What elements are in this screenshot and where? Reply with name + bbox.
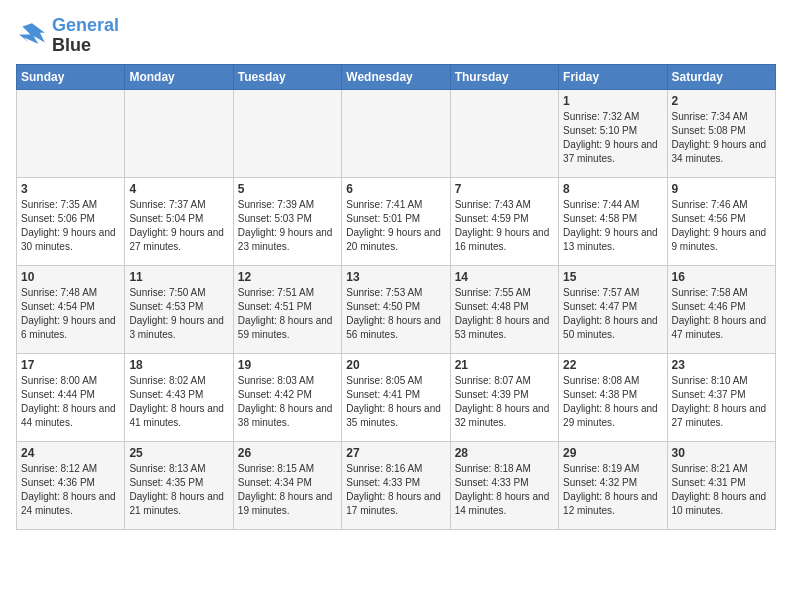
day-info: Sunrise: 7:50 AM Sunset: 4:53 PM Dayligh… xyxy=(129,286,228,342)
weekday-header: Friday xyxy=(559,64,667,89)
calendar-cell: 19Sunrise: 8:03 AM Sunset: 4:42 PM Dayli… xyxy=(233,353,341,441)
calendar-cell: 30Sunrise: 8:21 AM Sunset: 4:31 PM Dayli… xyxy=(667,441,775,529)
day-info: Sunrise: 7:35 AM Sunset: 5:06 PM Dayligh… xyxy=(21,198,120,254)
day-info: Sunrise: 7:53 AM Sunset: 4:50 PM Dayligh… xyxy=(346,286,445,342)
calendar-cell: 11Sunrise: 7:50 AM Sunset: 4:53 PM Dayli… xyxy=(125,265,233,353)
day-number: 8 xyxy=(563,182,662,196)
day-number: 14 xyxy=(455,270,554,284)
day-number: 27 xyxy=(346,446,445,460)
day-info: Sunrise: 8:15 AM Sunset: 4:34 PM Dayligh… xyxy=(238,462,337,518)
calendar-cell: 18Sunrise: 8:02 AM Sunset: 4:43 PM Dayli… xyxy=(125,353,233,441)
day-number: 11 xyxy=(129,270,228,284)
day-info: Sunrise: 8:05 AM Sunset: 4:41 PM Dayligh… xyxy=(346,374,445,430)
calendar-cell: 22Sunrise: 8:08 AM Sunset: 4:38 PM Dayli… xyxy=(559,353,667,441)
logo: General Blue xyxy=(16,16,119,56)
day-info: Sunrise: 8:10 AM Sunset: 4:37 PM Dayligh… xyxy=(672,374,771,430)
day-number: 22 xyxy=(563,358,662,372)
day-number: 9 xyxy=(672,182,771,196)
day-number: 1 xyxy=(563,94,662,108)
day-info: Sunrise: 7:48 AM Sunset: 4:54 PM Dayligh… xyxy=(21,286,120,342)
day-info: Sunrise: 7:43 AM Sunset: 4:59 PM Dayligh… xyxy=(455,198,554,254)
day-info: Sunrise: 7:34 AM Sunset: 5:08 PM Dayligh… xyxy=(672,110,771,166)
day-info: Sunrise: 8:16 AM Sunset: 4:33 PM Dayligh… xyxy=(346,462,445,518)
weekday-header: Sunday xyxy=(17,64,125,89)
calendar-header: SundayMondayTuesdayWednesdayThursdayFrid… xyxy=(17,64,776,89)
calendar-cell xyxy=(17,89,125,177)
day-number: 15 xyxy=(563,270,662,284)
weekday-header: Tuesday xyxy=(233,64,341,89)
day-number: 29 xyxy=(563,446,662,460)
calendar-cell xyxy=(450,89,558,177)
day-number: 16 xyxy=(672,270,771,284)
calendar-cell: 5Sunrise: 7:39 AM Sunset: 5:03 PM Daylig… xyxy=(233,177,341,265)
day-number: 7 xyxy=(455,182,554,196)
day-info: Sunrise: 7:39 AM Sunset: 5:03 PM Dayligh… xyxy=(238,198,337,254)
day-number: 3 xyxy=(21,182,120,196)
weekday-header: Wednesday xyxy=(342,64,450,89)
calendar-table: SundayMondayTuesdayWednesdayThursdayFrid… xyxy=(16,64,776,530)
calendar-cell: 27Sunrise: 8:16 AM Sunset: 4:33 PM Dayli… xyxy=(342,441,450,529)
calendar-week-row: 3Sunrise: 7:35 AM Sunset: 5:06 PM Daylig… xyxy=(17,177,776,265)
calendar-cell: 6Sunrise: 7:41 AM Sunset: 5:01 PM Daylig… xyxy=(342,177,450,265)
day-number: 2 xyxy=(672,94,771,108)
calendar-cell: 13Sunrise: 7:53 AM Sunset: 4:50 PM Dayli… xyxy=(342,265,450,353)
day-info: Sunrise: 7:37 AM Sunset: 5:04 PM Dayligh… xyxy=(129,198,228,254)
calendar-cell xyxy=(342,89,450,177)
day-info: Sunrise: 8:03 AM Sunset: 4:42 PM Dayligh… xyxy=(238,374,337,430)
day-number: 17 xyxy=(21,358,120,372)
weekday-header: Saturday xyxy=(667,64,775,89)
day-number: 30 xyxy=(672,446,771,460)
weekday-header: Thursday xyxy=(450,64,558,89)
day-number: 20 xyxy=(346,358,445,372)
calendar-week-row: 24Sunrise: 8:12 AM Sunset: 4:36 PM Dayli… xyxy=(17,441,776,529)
day-info: Sunrise: 8:00 AM Sunset: 4:44 PM Dayligh… xyxy=(21,374,120,430)
calendar-cell: 24Sunrise: 8:12 AM Sunset: 4:36 PM Dayli… xyxy=(17,441,125,529)
day-number: 13 xyxy=(346,270,445,284)
day-number: 6 xyxy=(346,182,445,196)
day-number: 24 xyxy=(21,446,120,460)
calendar-cell: 15Sunrise: 7:57 AM Sunset: 4:47 PM Dayli… xyxy=(559,265,667,353)
day-number: 5 xyxy=(238,182,337,196)
day-number: 28 xyxy=(455,446,554,460)
calendar-cell: 29Sunrise: 8:19 AM Sunset: 4:32 PM Dayli… xyxy=(559,441,667,529)
day-info: Sunrise: 8:08 AM Sunset: 4:38 PM Dayligh… xyxy=(563,374,662,430)
page-header: General Blue xyxy=(16,16,776,56)
day-number: 18 xyxy=(129,358,228,372)
calendar-cell xyxy=(233,89,341,177)
day-info: Sunrise: 7:58 AM Sunset: 4:46 PM Dayligh… xyxy=(672,286,771,342)
calendar-cell: 17Sunrise: 8:00 AM Sunset: 4:44 PM Dayli… xyxy=(17,353,125,441)
day-number: 19 xyxy=(238,358,337,372)
day-info: Sunrise: 7:44 AM Sunset: 4:58 PM Dayligh… xyxy=(563,198,662,254)
day-number: 12 xyxy=(238,270,337,284)
calendar-cell: 20Sunrise: 8:05 AM Sunset: 4:41 PM Dayli… xyxy=(342,353,450,441)
day-number: 25 xyxy=(129,446,228,460)
calendar-cell: 14Sunrise: 7:55 AM Sunset: 4:48 PM Dayli… xyxy=(450,265,558,353)
calendar-cell: 3Sunrise: 7:35 AM Sunset: 5:06 PM Daylig… xyxy=(17,177,125,265)
calendar-cell: 25Sunrise: 8:13 AM Sunset: 4:35 PM Dayli… xyxy=(125,441,233,529)
calendar-cell: 1Sunrise: 7:32 AM Sunset: 5:10 PM Daylig… xyxy=(559,89,667,177)
day-number: 10 xyxy=(21,270,120,284)
day-info: Sunrise: 8:02 AM Sunset: 4:43 PM Dayligh… xyxy=(129,374,228,430)
calendar-cell: 8Sunrise: 7:44 AM Sunset: 4:58 PM Daylig… xyxy=(559,177,667,265)
calendar-cell: 2Sunrise: 7:34 AM Sunset: 5:08 PM Daylig… xyxy=(667,89,775,177)
day-info: Sunrise: 8:19 AM Sunset: 4:32 PM Dayligh… xyxy=(563,462,662,518)
logo-text: General Blue xyxy=(52,16,119,56)
day-info: Sunrise: 8:12 AM Sunset: 4:36 PM Dayligh… xyxy=(21,462,120,518)
day-number: 21 xyxy=(455,358,554,372)
day-info: Sunrise: 7:55 AM Sunset: 4:48 PM Dayligh… xyxy=(455,286,554,342)
svg-marker-0 xyxy=(19,23,45,44)
day-info: Sunrise: 7:57 AM Sunset: 4:47 PM Dayligh… xyxy=(563,286,662,342)
calendar-week-row: 17Sunrise: 8:00 AM Sunset: 4:44 PM Dayli… xyxy=(17,353,776,441)
day-info: Sunrise: 7:41 AM Sunset: 5:01 PM Dayligh… xyxy=(346,198,445,254)
calendar-cell: 16Sunrise: 7:58 AM Sunset: 4:46 PM Dayli… xyxy=(667,265,775,353)
calendar-cell: 7Sunrise: 7:43 AM Sunset: 4:59 PM Daylig… xyxy=(450,177,558,265)
day-number: 26 xyxy=(238,446,337,460)
day-info: Sunrise: 7:46 AM Sunset: 4:56 PM Dayligh… xyxy=(672,198,771,254)
day-info: Sunrise: 8:21 AM Sunset: 4:31 PM Dayligh… xyxy=(672,462,771,518)
logo-icon xyxy=(16,20,48,52)
weekday-header: Monday xyxy=(125,64,233,89)
day-info: Sunrise: 8:13 AM Sunset: 4:35 PM Dayligh… xyxy=(129,462,228,518)
day-info: Sunrise: 8:07 AM Sunset: 4:39 PM Dayligh… xyxy=(455,374,554,430)
calendar-cell: 10Sunrise: 7:48 AM Sunset: 4:54 PM Dayli… xyxy=(17,265,125,353)
calendar-cell: 12Sunrise: 7:51 AM Sunset: 4:51 PM Dayli… xyxy=(233,265,341,353)
